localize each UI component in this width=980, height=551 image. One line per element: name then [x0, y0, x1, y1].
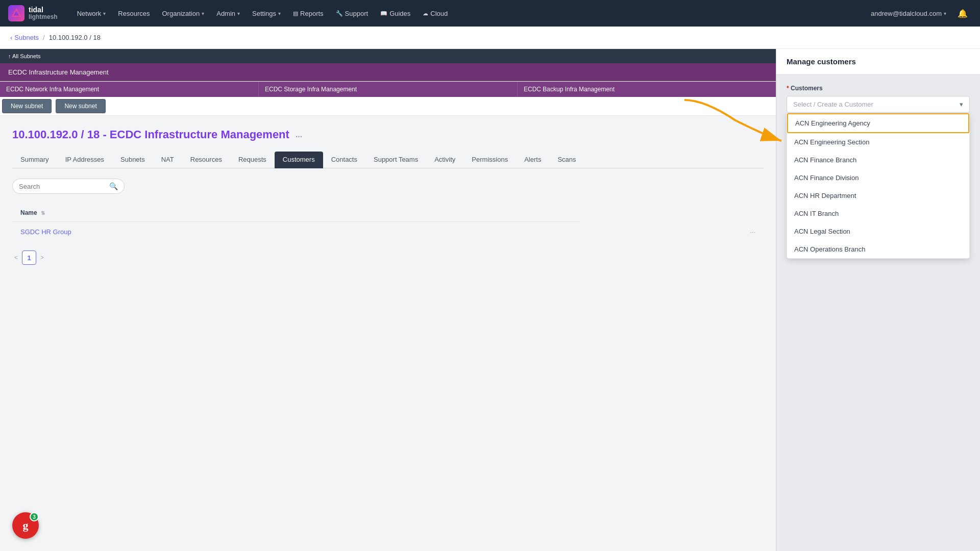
- subnet-tree: ↑ All Subnets ECDC Infrastructure Manage…: [0, 49, 776, 116]
- search-icon[interactable]: 🔍: [109, 182, 118, 190]
- tab-alerts[interactable]: Alerts: [516, 152, 549, 168]
- page-more-button[interactable]: ...: [296, 130, 302, 139]
- nav-admin-chevron: ▾: [237, 11, 240, 16]
- dropdown-chevron-icon: ▾: [960, 101, 963, 108]
- tab-subnets[interactable]: Subnets: [112, 152, 153, 168]
- gravatar[interactable]: g 3: [12, 512, 39, 539]
- customer-name-link[interactable]: SGDC HR Group: [20, 228, 71, 236]
- new-subnet-btn-1[interactable]: New subnet: [56, 99, 105, 113]
- row-more-button[interactable]: ···: [750, 228, 755, 236]
- new-subnet-row: New subnet New subnet: [0, 97, 776, 115]
- gravatar-badge: 3: [30, 512, 39, 521]
- tab-contacts[interactable]: Contacts: [323, 152, 365, 168]
- all-subnets-row[interactable]: ↑ All Subnets: [0, 49, 776, 63]
- top-navigation: tidal lightmesh Network ▾ Resources Orga…: [0, 0, 980, 27]
- breadcrumb: ‹ Subnets / 10.100.192.0 / 18: [0, 27, 980, 49]
- gravatar-letter: g: [23, 519, 29, 532]
- nav-cloud[interactable]: ☁ Cloud: [418, 7, 453, 20]
- tab-permissions[interactable]: Permissions: [463, 152, 516, 168]
- notifications-button[interactable]: 🔔: [953, 6, 972, 21]
- infra-label: ECDC Infrastructure Management: [8, 68, 109, 76]
- subnet-child-0[interactable]: ECDC Network Infra Management: [0, 82, 259, 97]
- tab-summary[interactable]: Summary: [12, 152, 57, 168]
- nav-network[interactable]: Network ▾: [72, 7, 111, 20]
- right-panel: Manage customers * Customers Select / Cr…: [776, 49, 980, 551]
- customer-dropdown[interactable]: Select / Create a Customer ▾: [787, 96, 970, 113]
- subnet-child-2-label: ECDC Backup Infra Management: [524, 86, 615, 93]
- required-star: *: [787, 85, 791, 92]
- tab-scans[interactable]: Scans: [549, 152, 584, 168]
- subnet-child-0-label: ECDC Network Infra Management: [6, 86, 99, 93]
- logo-text: tidal lightmesh: [29, 6, 58, 20]
- dropdown-item-7[interactable]: ACN Operations Branch: [787, 240, 969, 258]
- tab-ip-addresses[interactable]: IP Addresses: [57, 152, 112, 168]
- tab-nat[interactable]: NAT: [153, 152, 182, 168]
- nav-network-chevron: ▾: [103, 11, 106, 16]
- tab-requests[interactable]: Requests: [230, 152, 275, 168]
- prev-page-button[interactable]: <: [12, 252, 20, 263]
- customer-dropdown-list: ACN Engineering Agency ACN Engineering S…: [787, 113, 970, 259]
- dropdown-item-6[interactable]: ACN Legal Section: [787, 222, 969, 240]
- breadcrumb-subnets-link[interactable]: ‹ Subnets: [10, 34, 39, 41]
- nav-settings-chevron: ▾: [278, 11, 281, 16]
- panel-title: Manage customers: [787, 57, 856, 66]
- tab-resources[interactable]: Resources: [182, 152, 230, 168]
- pagination: < 1 >: [12, 251, 764, 265]
- dropdown-item-5[interactable]: ACN IT Branch: [787, 205, 969, 222]
- search-container: 🔍: [12, 179, 764, 194]
- col-name[interactable]: Name ⇅: [12, 204, 579, 222]
- infra-row[interactable]: ECDC Infrastructure Management: [0, 63, 776, 81]
- breadcrumb-current: 10.100.192.0 / 18: [49, 34, 101, 41]
- dropdown-item-0[interactable]: ACN Engineering Agency: [787, 113, 969, 133]
- page-1-button[interactable]: 1: [22, 251, 36, 265]
- all-subnets-label: ↑ All Subnets: [8, 53, 41, 59]
- customers-table: Name ⇅ SGDC HR Group ···: [12, 204, 764, 242]
- search-input[interactable]: [19, 183, 109, 190]
- dropdown-item-2[interactable]: ACN Finance Branch: [787, 151, 969, 169]
- dropdown-item-4[interactable]: ACN HR Department: [787, 187, 969, 205]
- dropdown-placeholder: Select / Create a Customer: [793, 101, 873, 108]
- customer-dropdown-container: Select / Create a Customer ▾ ACN Enginee…: [787, 96, 970, 113]
- breadcrumb-back-icon: ‹: [10, 34, 12, 41]
- tabs: Summary IP Addresses Subnets NAT Resourc…: [12, 152, 764, 168]
- subnet-child-2[interactable]: ECDC Backup Infra Management: [518, 82, 776, 97]
- nav-user[interactable]: andrew@tidalcloud.com ▾: [866, 7, 951, 20]
- tab-customers[interactable]: Customers: [275, 152, 323, 168]
- tab-activity[interactable]: Activity: [426, 152, 463, 168]
- new-subnet-btn-0[interactable]: New subnet: [2, 99, 52, 113]
- logo-icon: [8, 5, 24, 21]
- nav-reports[interactable]: ▤ Reports: [288, 7, 329, 20]
- breadcrumb-separator: /: [43, 34, 45, 41]
- nav-guides[interactable]: 📖 Guides: [375, 7, 415, 20]
- content-area: ↑ All Subnets ECDC Infrastructure Manage…: [0, 49, 776, 551]
- nav-org-chevron: ▾: [202, 11, 204, 16]
- page-content: 10.100.192.0 / 18 - ECDC Infrastructure …: [0, 116, 776, 277]
- nav-resources[interactable]: Resources: [113, 7, 155, 20]
- panel-body: * Customers Select / Create a Customer ▾…: [776, 74, 980, 551]
- table-row: SGDC HR Group ···: [12, 222, 764, 242]
- subnet-children: ECDC Network Infra Management ECDC Stora…: [0, 81, 776, 97]
- page-title-area: 10.100.192.0 / 18 - ECDC Infrastructure …: [12, 128, 764, 141]
- sort-name-icon: ⇅: [41, 210, 45, 216]
- logo[interactable]: tidal lightmesh: [8, 5, 58, 21]
- subnet-child-1[interactable]: ECDC Storage Infra Management: [259, 82, 518, 97]
- nav-organization[interactable]: Organization ▾: [157, 7, 210, 20]
- customers-field-label: * Customers: [787, 85, 970, 92]
- nav-user-chevron: ▾: [944, 11, 946, 16]
- next-page-button[interactable]: >: [38, 252, 46, 263]
- main-layout: ↑ All Subnets ECDC Infrastructure Manage…: [0, 49, 980, 551]
- nav-support[interactable]: 🔧 Support: [331, 7, 374, 20]
- nav-settings[interactable]: Settings ▾: [247, 7, 286, 20]
- dropdown-item-3[interactable]: ACN Finance Division: [787, 169, 969, 187]
- tab-support-teams[interactable]: Support Teams: [365, 152, 426, 168]
- page-title: 10.100.192.0 / 18 - ECDC Infrastructure …: [12, 128, 289, 141]
- dropdown-item-1[interactable]: ACN Engineering Section: [787, 133, 969, 151]
- subnet-child-1-label: ECDC Storage Infra Management: [265, 86, 357, 93]
- bell-icon: 🔔: [958, 9, 968, 18]
- nav-admin[interactable]: Admin ▾: [211, 7, 245, 20]
- search-wrap: 🔍: [12, 179, 125, 194]
- panel-header: Manage customers: [776, 49, 980, 74]
